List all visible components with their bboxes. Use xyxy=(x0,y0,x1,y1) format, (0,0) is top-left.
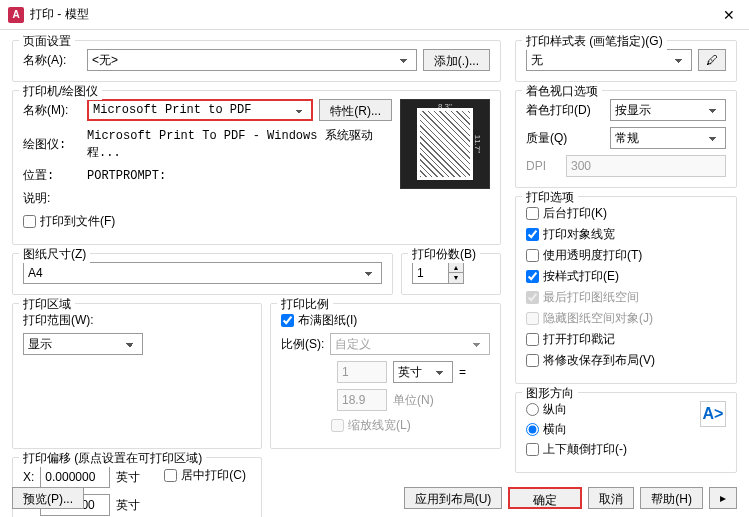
description-label: 说明: xyxy=(23,190,81,207)
print-to-file-label[interactable]: 打印到文件(F) xyxy=(23,213,392,230)
printer-name-label: 名称(M): xyxy=(23,102,81,119)
footer: 预览(P)... 应用到布局(U) 确定 取消 帮助(H) ▸ xyxy=(12,487,737,509)
paper-height-label: 11.7'' xyxy=(473,135,482,154)
opt-lw[interactable]: 打印对象线宽 xyxy=(526,226,726,243)
opt-styles[interactable]: 按样式打印(E) xyxy=(526,268,726,285)
expand-button[interactable]: ▸ xyxy=(709,487,737,509)
window-title: 打印 - 模型 xyxy=(30,6,717,23)
scale-title: 打印比例 xyxy=(277,296,333,313)
app-icon: A xyxy=(8,7,24,23)
dpi-input xyxy=(566,155,726,177)
opt-save-layout[interactable]: 将修改保存到布局(V) xyxy=(526,352,726,369)
copies-spinner[interactable]: ▲▼ xyxy=(412,262,464,284)
offset-x-input[interactable] xyxy=(40,466,110,488)
center-plot-label[interactable]: 居中打印(C) xyxy=(164,467,246,484)
shade-plot-label: 着色打印(D) xyxy=(526,102,604,119)
cancel-button[interactable]: 取消 xyxy=(588,487,634,509)
printer-properties-button[interactable]: 特性(R)... xyxy=(319,99,392,121)
pen-icon: 🖊 xyxy=(706,53,718,67)
viewport-group: 着色视口选项 着色打印(D) 按显示 质量(Q) 常规 DPI xyxy=(515,90,737,188)
offset-x-unit: 英寸 xyxy=(116,469,140,486)
copies-input[interactable] xyxy=(412,262,448,284)
scale-lineweights-label: 缩放线宽(L) xyxy=(331,417,490,434)
scale-lineweights-checkbox xyxy=(331,419,344,432)
page-setup-title: 页面设置 xyxy=(19,33,75,50)
apply-to-layout-button[interactable]: 应用到布局(U) xyxy=(404,487,503,509)
portrait-radio-row[interactable]: 纵向 xyxy=(526,401,627,418)
plot-range-label: 打印范围(W): xyxy=(23,312,251,329)
fit-to-paper-label[interactable]: 布满图纸(I) xyxy=(281,312,490,329)
plot-area-title: 打印区域 xyxy=(19,296,75,313)
orientation-title: 图形方向 xyxy=(522,385,578,402)
scale-unit2-input xyxy=(337,389,387,411)
page-setup-group: 页面设置 名称(A): <无> 添加(.)... xyxy=(12,40,501,82)
location-label: 位置: xyxy=(23,167,81,184)
ok-button[interactable]: 确定 xyxy=(508,487,582,509)
fit-to-paper-checkbox[interactable] xyxy=(281,314,294,327)
chevron-right-icon: ▸ xyxy=(720,491,726,505)
plotter-value: Microsoft Print To PDF - Windows 系统驱动程..… xyxy=(87,127,392,161)
opt-bg[interactable]: 后台打印(K) xyxy=(526,205,726,222)
opt-last-ps: 最后打印图纸空间 xyxy=(526,289,726,306)
printer-group: 打印机/绘图仪 名称(M): Microsoft Print to PDF 特性… xyxy=(12,90,501,245)
page-setup-name-select[interactable]: <无> xyxy=(87,49,417,71)
scale-unit1-select[interactable]: 英寸 xyxy=(393,361,453,383)
opt-stamp[interactable]: 打开打印戳记 xyxy=(526,331,726,348)
quality-select[interactable]: 常规 xyxy=(610,127,726,149)
print-to-file-checkbox[interactable] xyxy=(23,215,36,228)
plot-area-group: 打印区域 打印范围(W): 显示 xyxy=(12,303,262,449)
scale-ratio-label: 比例(S): xyxy=(281,336,324,353)
location-value: PORTPROMPT: xyxy=(87,169,166,183)
plotter-label: 绘图仪: xyxy=(23,136,81,153)
style-table-group: 打印样式表 (画笔指定)(G) 无 🖊 xyxy=(515,40,737,82)
spin-up-icon[interactable]: ▲ xyxy=(449,263,463,273)
center-plot-checkbox[interactable] xyxy=(164,469,177,482)
help-button[interactable]: 帮助(H) xyxy=(640,487,703,509)
spin-down-icon[interactable]: ▼ xyxy=(449,273,463,283)
close-icon[interactable]: ✕ xyxy=(717,7,741,23)
opt-hide-ps: 隐藏图纸空间对象(J) xyxy=(526,310,726,327)
plot-range-select[interactable]: 显示 xyxy=(23,333,143,355)
page-setup-name-label: 名称(A): xyxy=(23,52,81,69)
printer-name-select[interactable]: Microsoft Print to PDF xyxy=(87,99,313,121)
orientation-group: 图形方向 纵向 横向 上下颠倒打印(-) A> xyxy=(515,392,737,473)
plot-options-title: 打印选项 xyxy=(522,189,578,206)
viewport-title: 着色视口选项 xyxy=(522,83,602,100)
scale-unit2-label: 单位(N) xyxy=(393,392,434,409)
shade-plot-select[interactable]: 按显示 xyxy=(610,99,726,121)
offset-x-label: X: xyxy=(23,470,34,484)
dpi-label: DPI xyxy=(526,159,560,173)
style-table-title: 打印样式表 (画笔指定)(G) xyxy=(522,33,667,50)
quality-label: 质量(Q) xyxy=(526,130,604,147)
equals-label: = xyxy=(459,365,466,379)
offset-title: 打印偏移 (原点设置在可打印区域) xyxy=(19,450,206,467)
style-table-edit-button[interactable]: 🖊 xyxy=(698,49,726,71)
copies-title: 打印份数(B) xyxy=(408,246,480,263)
paper-size-select[interactable]: A4 xyxy=(23,262,382,284)
paper-size-group: 图纸尺寸(Z) A4 xyxy=(12,253,393,295)
add-page-setup-button[interactable]: 添加(.)... xyxy=(423,49,490,71)
plot-options-group: 打印选项 后台打印(K) 打印对象线宽 使用透明度打印(T) 按样式打印(E) … xyxy=(515,196,737,384)
titlebar: A 打印 - 模型 ✕ xyxy=(0,0,749,30)
landscape-radio-row[interactable]: 横向 xyxy=(526,421,627,438)
scale-group: 打印比例 布满图纸(I) 比例(S): 自定义 英寸 = xyxy=(270,303,501,449)
printer-title: 打印机/绘图仪 xyxy=(19,83,102,100)
style-table-select[interactable]: 无 xyxy=(526,49,692,71)
orientation-icon: A> xyxy=(700,401,726,427)
paper-size-title: 图纸尺寸(Z) xyxy=(19,246,90,263)
copies-group: 打印份数(B) ▲▼ xyxy=(401,253,501,295)
opt-transp[interactable]: 使用透明度打印(T) xyxy=(526,247,726,264)
scale-unit1-input xyxy=(337,361,387,383)
scale-ratio-select: 自定义 xyxy=(330,333,490,355)
paper-preview: 8.3'' 11.7'' xyxy=(400,99,490,189)
upside-down-label[interactable]: 上下颠倒打印(-) xyxy=(526,441,627,458)
preview-button[interactable]: 预览(P)... xyxy=(12,487,84,509)
